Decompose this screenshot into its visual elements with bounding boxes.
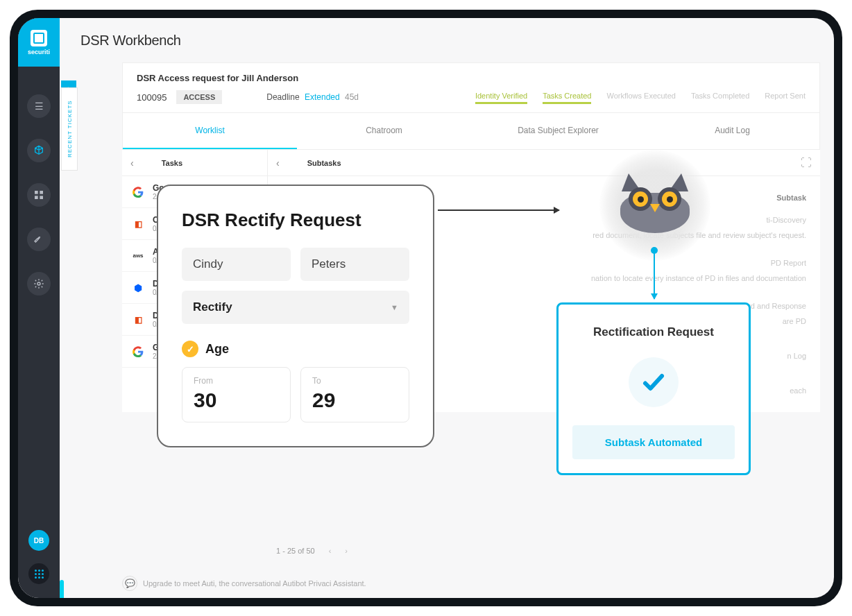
cube-icon[interactable] — [27, 139, 51, 162]
gear-icon[interactable] — [27, 272, 51, 296]
to-label: To — [312, 376, 398, 386]
app-title: DSR Workbench — [80, 33, 181, 49]
to-value: 29 — [312, 388, 398, 412]
expand-icon[interactable]: ⛶ — [801, 157, 812, 169]
topbar: DSR Workbench — [60, 18, 834, 62]
first-name-input[interactable]: Cindy — [182, 248, 291, 281]
tab-worklist[interactable]: Worklist — [123, 113, 297, 149]
request-type-badge: ACCESS — [176, 90, 222, 104]
svg-rect-2 — [35, 196, 38, 199]
page-next-icon[interactable]: › — [345, 547, 348, 555]
success-check-icon — [629, 357, 679, 407]
deadline-days: 45d — [345, 92, 359, 102]
tab-chatroom[interactable]: Chatroom — [297, 113, 471, 149]
arrow-connector — [438, 209, 559, 211]
brand-logo[interactable]: securiti — [18, 18, 60, 67]
aws-icon: aws — [130, 248, 146, 264]
dashboard-icon[interactable] — [27, 183, 51, 207]
to-box[interactable]: To 29 — [300, 367, 409, 422]
brand-icon — [31, 30, 47, 46]
from-label: From — [194, 376, 279, 386]
office-icon: ◧ — [130, 216, 146, 232]
stage-identity-verified: Identity Verified — [475, 92, 527, 103]
svg-rect-0 — [35, 191, 38, 194]
sidebar: securiti ☰ DB — [18, 18, 60, 598]
upgrade-text: Upgrade to meet Auti, the conversational… — [143, 579, 366, 588]
result-card: Rectification Request Subtask Automated — [556, 302, 751, 475]
office-icon: ◧ — [130, 312, 146, 327]
brand-name: securiti — [28, 49, 50, 55]
stage-tasks-created: Tasks Created — [543, 92, 591, 103]
request-id: 100095 — [137, 92, 167, 103]
svg-point-4 — [37, 282, 40, 285]
last-name-input[interactable]: Peters — [300, 248, 409, 281]
stage-tasks-completed: Tasks Completed — [691, 92, 749, 103]
svg-rect-3 — [40, 196, 43, 199]
subtasks-back-icon[interactable]: ‹ — [276, 157, 280, 169]
stage-report-sent: Report Sent — [765, 92, 806, 103]
tasks-back-icon[interactable]: ‹ — [130, 157, 134, 169]
deadline-text: Deadline — [266, 92, 299, 102]
attribute-label: Age — [205, 342, 229, 357]
owl-eye-icon — [629, 187, 652, 211]
content-tabs: Worklist Chatroom Data Subject Explorer … — [122, 113, 820, 150]
deadline-label: Deadline Extended 45d — [266, 92, 359, 102]
from-value: 30 — [194, 388, 279, 412]
subtasks-header: Subtasks — [307, 159, 341, 167]
stage-list: Identity Verified Tasks Created Workflow… — [475, 92, 806, 103]
subtask-automated-button[interactable]: Subtask Automated — [572, 425, 735, 459]
chat-icon[interactable]: 💬 — [122, 576, 137, 591]
svg-rect-1 — [40, 191, 43, 194]
wrench-icon[interactable] — [27, 228, 51, 251]
dropbox-icon: ⬢ — [130, 280, 146, 296]
from-box[interactable]: From 30 — [182, 367, 291, 422]
google-icon — [130, 185, 146, 200]
tasks-header: Tasks — [162, 159, 182, 167]
blue-arrow-connector — [654, 250, 655, 299]
action-select[interactable]: Rectify ▼ — [182, 291, 409, 324]
tab-data-subject-explorer[interactable]: Data Subject Explorer — [471, 113, 645, 149]
subtask-label: Subtask — [776, 190, 806, 205]
rectify-card: DSR Rectify Request Cindy Peters Rectify… — [157, 185, 434, 447]
owl-eye-icon — [658, 187, 681, 211]
action-value: Rectify — [193, 300, 232, 314]
rectify-title: DSR Rectify Request — [182, 209, 409, 231]
upgrade-bar: 💬 Upgrade to meet Auti, the conversation… — [122, 576, 820, 591]
deadline-status: Extended — [305, 92, 340, 102]
page-prev-icon[interactable]: ‹ — [329, 547, 332, 555]
chevron-down-icon: ▼ — [391, 303, 398, 311]
owl-beak-icon — [650, 204, 660, 212]
request-title: DSR Access request for Jill Anderson — [137, 73, 806, 83]
google-icon — [130, 344, 146, 359]
stage-workflows-executed: Workflows Executed — [606, 92, 675, 103]
pagination: 1 - 25 of 50 ‹ › — [268, 538, 356, 563]
avatar[interactable]: DB — [28, 530, 49, 551]
owl-mascot — [599, 150, 710, 261]
apps-icon[interactable] — [28, 563, 49, 584]
tab-audit-log[interactable]: Audit Log — [645, 113, 819, 149]
check-icon: ✓ — [182, 341, 198, 357]
menu-icon[interactable]: ☰ — [27, 94, 51, 118]
request-header: DSR Access request for Jill Anderson 100… — [122, 62, 820, 113]
result-title: Rectification Request — [572, 325, 735, 339]
page-text: 1 - 25 of 50 — [276, 547, 315, 555]
